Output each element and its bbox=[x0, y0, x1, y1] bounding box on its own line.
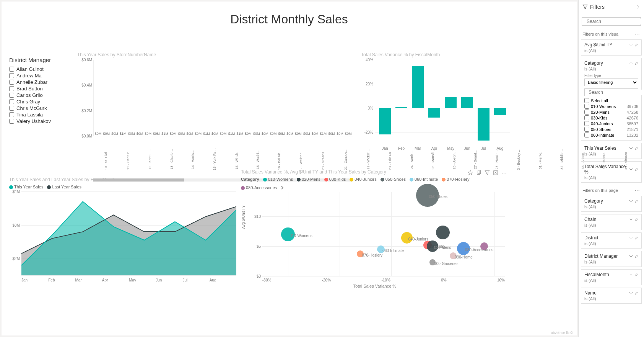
category-scatter-chart[interactable]: ⋯ Total Sales Variance %, Avg $/Unit TY … bbox=[241, 169, 509, 294]
slicer-item[interactable]: Carlos Grilo bbox=[9, 92, 74, 98]
bar-column[interactable]: $0M bbox=[103, 132, 110, 136]
bar-column[interactable]: $0M bbox=[211, 132, 218, 136]
bar-column[interactable]: $1M bbox=[161, 132, 169, 136]
bar-column[interactable]: $0M bbox=[303, 132, 310, 136]
filter-type-select[interactable]: Basic filtering bbox=[584, 79, 638, 86]
bar-column[interactable] bbox=[493, 60, 507, 144]
filter-search-input[interactable] bbox=[589, 90, 644, 95]
slicer-checkbox[interactable] bbox=[9, 119, 14, 124]
legend-item[interactable]: 060-Intimate bbox=[410, 177, 438, 182]
bubble-unlabeled[interactable] bbox=[436, 226, 450, 239]
filter-list[interactable]: Select all010-Womens39706020-Mens4725803… bbox=[584, 98, 638, 138]
filters-pane[interactable]: Filters Filters on this visual ⋯ Avg $/U… bbox=[578, 0, 644, 337]
slicer-checkbox[interactable] bbox=[9, 73, 14, 78]
filter-card-header[interactable]: This Year Sales bbox=[584, 146, 638, 151]
bar-column[interactable] bbox=[476, 60, 491, 144]
this-year-sales-bar-chart[interactable]: This Year Sales by StoreNumberName $0.0M… bbox=[77, 52, 353, 167]
filters-search-input[interactable] bbox=[587, 19, 644, 24]
slicer-checkbox[interactable] bbox=[9, 106, 14, 111]
bar[interactable] bbox=[395, 107, 407, 108]
legend-item[interactable]: 080-Accessories bbox=[241, 185, 277, 190]
slicer-item[interactable]: Valery Ushakov bbox=[9, 118, 74, 124]
eraser-icon[interactable] bbox=[634, 43, 638, 47]
filter-card[interactable]: FiscalMonth is (All) bbox=[581, 269, 642, 285]
bar-column[interactable] bbox=[444, 60, 458, 144]
filter-list-item[interactable]: 010-Womens39706 bbox=[584, 103, 638, 109]
eraser-icon[interactable] bbox=[634, 199, 638, 203]
more-icon[interactable]: ⋯ bbox=[501, 170, 507, 177]
chevron-right-icon[interactable] bbox=[636, 5, 640, 9]
bar[interactable] bbox=[379, 108, 391, 134]
filter-card-header[interactable]: Category bbox=[584, 61, 638, 66]
bar-column[interactable]: $0M bbox=[220, 132, 227, 136]
bar-column[interactable]: $0M bbox=[111, 132, 119, 136]
bar-column[interactable]: $0M bbox=[328, 132, 335, 136]
filter-card[interactable]: Avg $/Unit TY is (All) bbox=[581, 39, 642, 56]
bar-column[interactable]: $0M bbox=[261, 132, 268, 136]
filter-card-header[interactable]: Chain bbox=[584, 217, 638, 222]
filter-card-header[interactable]: Avg $/Unit TY bbox=[584, 42, 638, 47]
chevron-down-icon[interactable] bbox=[629, 43, 633, 47]
bar-column[interactable]: $0M bbox=[253, 132, 260, 136]
filter-card-header[interactable]: Name bbox=[584, 290, 638, 296]
chevron-down-icon[interactable] bbox=[629, 199, 633, 203]
filter-card-header[interactable]: FiscalMonth bbox=[584, 272, 638, 277]
filter-card[interactable]: Category is (All) bbox=[581, 196, 642, 212]
sales-area-chart[interactable]: This Year Sales and Last Year Sales by F… bbox=[9, 177, 236, 294]
copy-icon[interactable] bbox=[476, 170, 481, 177]
bar[interactable] bbox=[445, 97, 457, 108]
filter-card-header[interactable]: Category bbox=[584, 198, 638, 204]
filter-list-item[interactable]: Select all bbox=[584, 98, 638, 103]
slicer-checkbox[interactable] bbox=[9, 93, 14, 98]
filter-card-header[interactable]: District Manager bbox=[584, 254, 638, 259]
bar-column[interactable]: $0M bbox=[186, 132, 194, 136]
chevron-down-icon[interactable] bbox=[629, 146, 633, 150]
eraser-icon[interactable] bbox=[634, 273, 638, 276]
more-icon[interactable]: ⋯ bbox=[634, 187, 640, 193]
bar[interactable] bbox=[494, 108, 506, 115]
bar-column[interactable]: $0M bbox=[286, 132, 294, 136]
filter-card[interactable]: Chain is (All) bbox=[581, 214, 642, 230]
eraser-icon[interactable] bbox=[634, 236, 638, 240]
filter-list-item[interactable]: 050-Shoes21871 bbox=[584, 126, 638, 132]
legend-item[interactable]: 030-Kids bbox=[324, 177, 346, 182]
more-icon[interactable]: ⋯ bbox=[634, 31, 640, 37]
bar-column[interactable]: $0M bbox=[278, 132, 285, 136]
filter-list-item[interactable]: 040-Juniors36597 bbox=[584, 121, 638, 126]
bar-column[interactable]: $0M bbox=[94, 132, 102, 136]
bar-column[interactable]: $0M bbox=[153, 132, 160, 136]
slicer-item[interactable]: Tina Lassila bbox=[9, 112, 74, 118]
bar-column[interactable] bbox=[378, 60, 392, 144]
slicer-item[interactable]: Chris Gray bbox=[9, 99, 74, 105]
pin-icon[interactable] bbox=[468, 170, 473, 177]
filter-list-item[interactable]: 030-Kids42676 bbox=[584, 115, 638, 121]
filter-card[interactable]: Name is (All) bbox=[581, 288, 642, 304]
legend-item[interactable]: 070-Hosiery bbox=[442, 177, 469, 182]
chevron-down-icon[interactable] bbox=[629, 167, 633, 171]
bar-column[interactable]: $0M bbox=[345, 132, 352, 136]
bar-column[interactable]: $0M bbox=[270, 132, 277, 136]
bar-column[interactable]: $0M bbox=[145, 132, 152, 136]
filter-card[interactable]: This Year Sales is (All) bbox=[581, 143, 642, 159]
filter-list-item[interactable]: 060-Intimate13232 bbox=[584, 132, 638, 138]
bar-column[interactable] bbox=[427, 60, 441, 144]
filter-card[interactable]: Total Sales Variance % is (All) bbox=[581, 161, 642, 183]
chevron-down-icon[interactable] bbox=[629, 236, 633, 240]
bar-column[interactable]: $1M bbox=[320, 132, 327, 136]
bar-column[interactable]: $1M bbox=[119, 132, 127, 136]
eraser-icon[interactable] bbox=[634, 291, 638, 295]
chevron-down-icon[interactable] bbox=[629, 254, 633, 258]
slicer-checkbox[interactable] bbox=[9, 112, 14, 117]
slicer-item[interactable]: Andrew Ma bbox=[9, 73, 74, 79]
legend-item[interactable]: 010-Womens bbox=[263, 177, 293, 182]
bar[interactable] bbox=[412, 66, 424, 108]
chevron-down-icon[interactable] bbox=[629, 218, 633, 221]
eraser-icon[interactable] bbox=[634, 218, 638, 221]
chevron-down-icon[interactable] bbox=[629, 273, 633, 276]
legend-item[interactable]: 040-Juniors bbox=[350, 177, 376, 182]
bar-column[interactable] bbox=[394, 60, 408, 144]
bar-column[interactable]: $1M bbox=[203, 132, 210, 136]
bar-column[interactable] bbox=[460, 60, 474, 144]
focus-icon[interactable] bbox=[493, 170, 498, 177]
variance-bar-chart[interactable]: Total Sales Variance % by FiscalMonth -2… bbox=[361, 52, 510, 167]
